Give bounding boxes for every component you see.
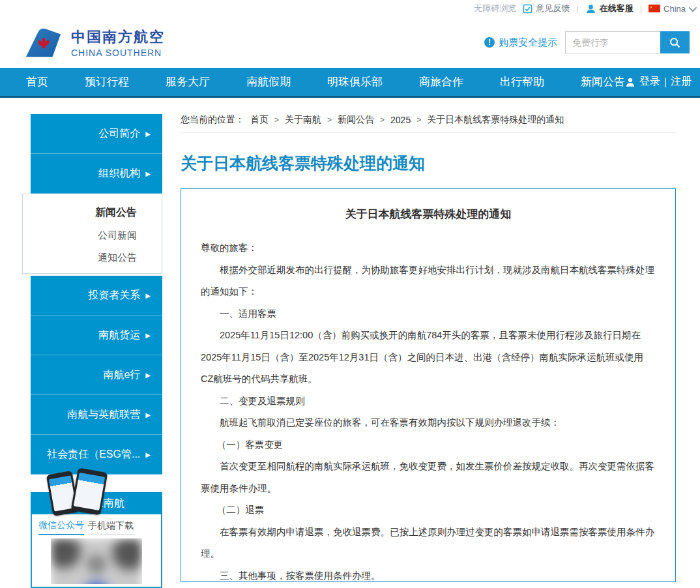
info-icon: !: [484, 37, 495, 48]
phone-image-right: [71, 468, 108, 516]
chevron-down-icon: [689, 3, 697, 12]
search-icon: [669, 37, 681, 49]
page-title: 关于日本航线客票特殊处理的通知: [181, 153, 676, 174]
sidebar-item-news-active[interactable]: 新闻公告: [23, 206, 137, 220]
site-header: 中国南方航空 CHINA SOUTHERN ! 购票安全提示: [0, 17, 700, 68]
accessibility-link[interactable]: 无障碍浏览: [474, 3, 516, 14]
breadcrumb-about[interactable]: 关于南航: [285, 114, 321, 126]
mobile-app-promo: 掌上南航 微信公众号 手机端下载: [31, 470, 162, 588]
chevron-right-icon: ▶: [145, 130, 151, 138]
article-section-heading: 一、适用客票: [201, 303, 656, 325]
sidebar-item-cargo[interactable]: 南航货运▶: [31, 316, 162, 355]
nav-item-travel-help[interactable]: 出行帮助: [500, 74, 544, 89]
breadcrumb-home[interactable]: 首页: [250, 114, 269, 126]
phones-image: [47, 470, 119, 516]
sidebar-menu: 公司简介▶ 组织机构▶ 新闻公告 公司新闻 通知公告 投资者关系▶ 南航货运▶ …: [31, 114, 162, 475]
chevron-right-icon: ▶: [145, 292, 151, 299]
china-flag-icon: [649, 5, 660, 12]
notice-article: 关于日本航线客票特殊处理的通知 尊敬的旅客： 根据外交部近期发布的出行提醒，为协…: [181, 188, 676, 582]
nav-item-booking[interactable]: 预订行程: [85, 74, 129, 89]
nav-item-news[interactable]: 新闻公告: [581, 74, 625, 89]
breadcrumb: 您当前的位置： 首页 > 关于南航 > 新闻公告 > 2025 > 关于日本航线…: [181, 114, 676, 133]
user-icon: [625, 77, 635, 87]
chevron-right-icon: ▶: [145, 451, 151, 458]
sidebar-item-organization[interactable]: 组织机构▶: [31, 154, 162, 194]
breadcrumb-separator: >: [274, 115, 279, 125]
article-paragraph: 航班起飞前取消已定妥座位的旅客，可在客票有效期内按以下规则办理退改手续：: [201, 412, 656, 434]
chevron-right-icon: ▶: [145, 411, 151, 419]
topbar-divider: |: [576, 4, 578, 14]
sidebar-subitem-notices[interactable]: 通知公告: [23, 252, 137, 264]
header-right: ! 购票安全提示: [484, 31, 690, 53]
article-body: 尊敬的旅客： 根据外交部近期发布的出行提醒，为协助旅客更好地安排出行计划，现就涉…: [201, 237, 656, 587]
article-title: 关于日本航线客票特殊处理的通知: [201, 207, 656, 222]
article-paragraph: 2025年11月15日12:00（含）前购买或换开的南航784开头的客票，且客票…: [201, 325, 656, 390]
sidebar-item-investor-relations[interactable]: 投资者关系▶: [31, 276, 162, 316]
sidebar-item-company-profile[interactable]: 公司简介▶: [31, 114, 162, 154]
nav-item-corporate-travel[interactable]: 商旅合作: [419, 74, 463, 89]
main-content: 您当前的位置： 首页 > 关于南航 > 新闻公告 > 2025 > 关于日本航线…: [181, 114, 676, 582]
article-paragraph: 根据外交部近期发布的出行提醒，为协助旅客更好地安排出行计划，现就涉及南航日本航线…: [201, 259, 656, 303]
main-nav-items: 首页 预订行程 服务大厅 南航假期 明珠俱乐部 商旅合作 出行帮助 新闻公告: [26, 74, 625, 89]
chevron-right-icon: ▶: [145, 372, 151, 379]
chevron-right-icon: ▶: [145, 332, 151, 339]
sidebar-subitem-company-news[interactable]: 公司新闻: [23, 229, 137, 242]
search-input[interactable]: [565, 31, 660, 53]
feedback-form-icon: [523, 4, 532, 14]
article-paragraph: 在客票有效期内申请退票，免收退票费。已按上述原则办理过变更的客票如申请退票需按客…: [201, 522, 656, 565]
tab-wechat-account[interactable]: 微信公众号: [38, 520, 84, 535]
site-search: [565, 31, 690, 53]
account-links: 登录 | 注册: [625, 75, 692, 89]
sidebar-item-esg[interactable]: 社会责任（ESG管...▶: [31, 435, 162, 475]
article-subsection-heading: （二）退票: [201, 499, 656, 522]
breadcrumb-separator: >: [416, 115, 421, 125]
article-subsection-heading: （一）客票变更: [201, 434, 656, 456]
ticket-safety-tip-link[interactable]: ! 购票安全提示: [484, 37, 557, 49]
customer-service-icon: [585, 3, 596, 14]
nav-item-service-hall[interactable]: 服务大厅: [166, 74, 210, 89]
breadcrumb-current: 关于日本航线客票特殊处理的通知: [427, 114, 564, 126]
login-divider: |: [664, 76, 667, 88]
article-section-heading: 二、变更及退票规则: [201, 390, 656, 413]
tab-app-download[interactable]: 手机端下载: [88, 520, 134, 535]
promo-tabs: 微信公众号 手机端下载: [32, 514, 161, 535]
brand-name-cn: 中国南方航空: [71, 27, 165, 47]
brand-text: 中国南方航空 CHINA SOUTHERN: [71, 27, 165, 58]
breadcrumb-separator: >: [380, 115, 385, 125]
breadcrumb-separator: >: [327, 115, 332, 125]
register-link[interactable]: 注册: [671, 75, 692, 89]
article-paragraph: 尊敬的旅客：: [201, 237, 656, 259]
breadcrumb-label: 您当前的位置：: [181, 114, 244, 126]
sidebar-item-e-travel[interactable]: 南航e行▶: [31, 355, 162, 395]
topbar-divider: |: [640, 4, 642, 14]
brand-logo[interactable]: 中国南方航空 CHINA SOUTHERN: [24, 26, 165, 59]
top-utility-bar: 无障碍浏览 意见反馈 | 在线客服 | China: [0, 0, 700, 17]
online-service-link[interactable]: 在线客服: [585, 3, 634, 14]
breadcrumb-news[interactable]: 新闻公告: [338, 114, 374, 126]
chevron-right-icon: ▶: [145, 170, 151, 177]
breadcrumb-year[interactable]: 2025: [390, 115, 411, 125]
sidebar-item-ba-joint-venture[interactable]: 南航与英航联营▶: [31, 395, 162, 435]
region-selector[interactable]: China: [649, 4, 695, 14]
wechat-qr-code-image: [51, 538, 142, 584]
nav-bottom-strip: [0, 96, 700, 98]
promo-panel: 微信公众号 手机端下载: [31, 514, 162, 588]
login-link[interactable]: 登录: [639, 75, 660, 89]
sidebar-active-panel: 新闻公告 公司新闻 通知公告: [22, 194, 162, 274]
tailfin-logo-icon: [24, 26, 62, 59]
nav-item-sky-pearl-club[interactable]: 明珠俱乐部: [327, 74, 383, 89]
article-paragraph: 三、其他事项，按客票使用条件办理。: [201, 565, 656, 587]
article-paragraph: 首次变更至相同航程的南航实际承运航班，免收变更费，如发生票价价差按规定收取。再次…: [201, 456, 656, 499]
search-button[interactable]: [660, 31, 690, 53]
brand-name-en: CHINA SOUTHERN: [71, 48, 165, 58]
nav-item-home[interactable]: 首页: [26, 74, 48, 89]
feedback-link[interactable]: 意见反馈: [523, 3, 570, 14]
nav-item-holidays[interactable]: 南航假期: [246, 74, 291, 89]
main-nav: 首页 预订行程 服务大厅 南航假期 明珠俱乐部 商旅合作 出行帮助 新闻公告 登…: [0, 68, 700, 96]
